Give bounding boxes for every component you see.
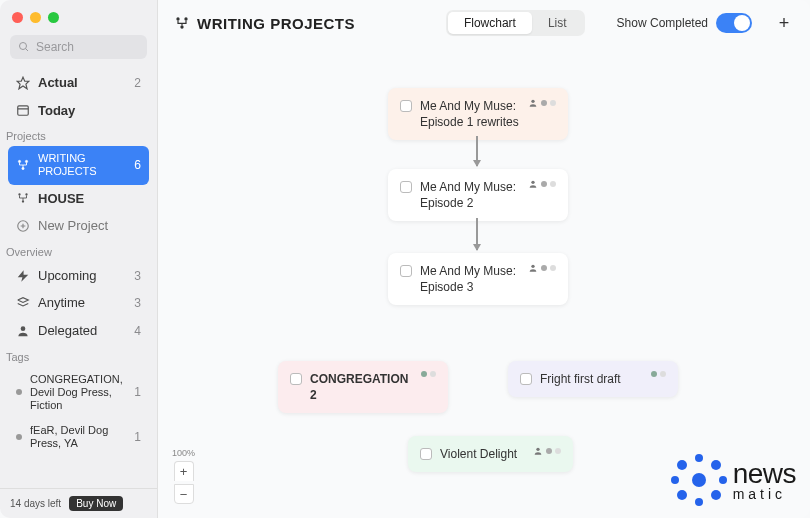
card-title: Me And My Muse: Episode 1 rewrites	[420, 98, 520, 130]
zoom-in-button[interactable]: +	[174, 461, 194, 481]
sidebar-label: WRITING PROJECTS	[38, 152, 126, 178]
status-dot	[541, 100, 547, 106]
svg-point-9	[25, 194, 27, 196]
maximize-window-button[interactable]	[48, 12, 59, 23]
tags-heading: Tags	[0, 345, 157, 367]
task-card[interactable]: Me And My Muse: Episode 1 rewrites	[388, 88, 568, 140]
zoom-level: 100%	[172, 448, 195, 458]
svg-point-5	[18, 161, 20, 163]
svg-point-19	[531, 100, 534, 103]
status-dot	[550, 100, 556, 106]
task-card[interactable]: CONGREGATION 2	[278, 361, 448, 413]
new-project-button[interactable]: New Project	[8, 212, 149, 240]
card-meta	[528, 263, 556, 273]
window-controls	[0, 0, 157, 31]
sidebar-item-today[interactable]: Today	[8, 97, 149, 125]
view-toggle: Flowchart List	[446, 10, 585, 36]
assignee-icon	[528, 263, 538, 273]
search-input[interactable]: Search	[10, 35, 147, 59]
sidebar-item-upcoming[interactable]: Upcoming 3	[8, 262, 149, 290]
add-button[interactable]: +	[774, 13, 794, 33]
sidebar-tag-item[interactable]: fEaR, Devil Dog Press, YA 1	[8, 418, 149, 456]
minimize-window-button[interactable]	[30, 12, 41, 23]
svg-point-22	[536, 448, 539, 451]
buy-now-button[interactable]: Buy Now	[69, 496, 123, 511]
svg-point-10	[22, 201, 24, 203]
sidebar-count: 3	[134, 269, 141, 283]
status-dot	[546, 448, 552, 454]
card-meta	[533, 446, 561, 456]
flowchart-canvas[interactable]: Me And My Muse: Episode 1 rewrites Me An…	[158, 46, 810, 518]
logo-graphic	[671, 452, 727, 508]
sidebar-label: Today	[38, 103, 141, 119]
bolt-icon	[16, 269, 30, 283]
checkbox[interactable]	[290, 373, 302, 385]
tab-flowchart[interactable]: Flowchart	[448, 12, 532, 34]
status-dot	[555, 448, 561, 454]
status-dot	[430, 371, 436, 377]
task-card[interactable]: Me And My Muse: Episode 3	[388, 253, 568, 305]
calendar-icon	[16, 103, 30, 117]
tab-list[interactable]: List	[532, 12, 583, 34]
sidebar: Search Actual 2 Today Projects WRITING P…	[0, 0, 158, 518]
checkbox[interactable]	[400, 265, 412, 277]
status-dot	[550, 265, 556, 271]
svg-point-7	[22, 168, 24, 170]
person-icon	[16, 324, 30, 338]
search-icon	[18, 41, 30, 53]
page-title: WRITING PROJECTS	[197, 15, 355, 32]
status-dot	[651, 371, 657, 377]
status-dot	[541, 265, 547, 271]
checkbox[interactable]	[420, 448, 432, 460]
task-card[interactable]: Fright first draft	[508, 361, 678, 397]
flow-icon	[16, 191, 30, 205]
card-title: Me And My Muse: Episode 3	[420, 263, 520, 295]
watermark-text: news matic	[733, 458, 796, 502]
card-meta	[421, 371, 436, 377]
sidebar-project-writing[interactable]: WRITING PROJECTS 6	[8, 146, 149, 184]
card-title: Fright first draft	[540, 371, 643, 387]
show-completed-control: Show Completed	[617, 13, 752, 33]
task-card[interactable]: Me And My Muse: Episode 2	[388, 169, 568, 221]
close-window-button[interactable]	[12, 12, 23, 23]
sidebar-count: 1	[134, 385, 141, 399]
checkbox[interactable]	[400, 100, 412, 112]
watermark-logo: news matic	[671, 452, 796, 508]
zoom-out-button[interactable]: −	[174, 484, 194, 504]
assignee-icon	[528, 98, 538, 108]
search-placeholder: Search	[36, 40, 74, 54]
plus-circle-icon	[16, 219, 30, 233]
assignee-icon	[533, 446, 543, 456]
checkbox[interactable]	[520, 373, 532, 385]
svg-point-21	[531, 265, 534, 268]
sidebar-count: 6	[134, 158, 141, 172]
sidebar-count: 3	[134, 296, 141, 310]
svg-point-20	[531, 181, 534, 184]
sidebar-tag-item[interactable]: CONGREGATION, Devil Dog Press, Fiction 1	[8, 367, 149, 419]
sidebar-item-anytime[interactable]: Anytime 3	[8, 289, 149, 317]
trial-text: 14 days left	[10, 498, 61, 509]
show-completed-toggle[interactable]	[716, 13, 752, 33]
svg-point-18	[180, 25, 183, 28]
sidebar-count: 1	[134, 430, 141, 444]
sidebar-count: 2	[134, 76, 141, 90]
show-completed-label: Show Completed	[617, 16, 708, 30]
sidebar-item-actual[interactable]: Actual 2	[8, 69, 149, 97]
overview-heading: Overview	[0, 240, 157, 262]
dot-icon	[16, 434, 22, 440]
svg-marker-14	[18, 270, 29, 282]
sidebar-label: Anytime	[38, 295, 126, 311]
sidebar-label: Delegated	[38, 323, 126, 339]
task-card[interactable]: Violent Delight	[408, 436, 573, 472]
sidebar-item-delegated[interactable]: Delegated 4	[8, 317, 149, 345]
sidebar-project-house[interactable]: HOUSE	[8, 185, 149, 213]
sidebar-label: New Project	[38, 218, 141, 234]
topbar: WRITING PROJECTS Flowchart List Show Com…	[158, 0, 810, 46]
dot-icon	[16, 389, 22, 395]
sidebar-label: HOUSE	[38, 191, 141, 207]
sidebar-count: 4	[134, 324, 141, 338]
checkbox[interactable]	[400, 181, 412, 193]
status-dot	[541, 181, 547, 187]
svg-point-8	[18, 194, 20, 196]
star-icon	[16, 76, 30, 90]
